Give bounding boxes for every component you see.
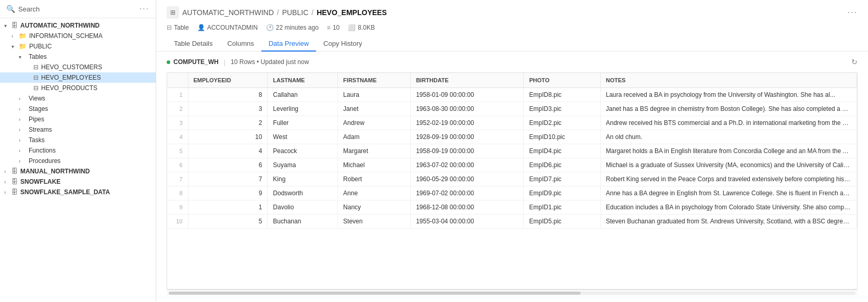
chevron-icon: › <box>19 106 26 112</box>
col-header-rownum <box>167 73 188 88</box>
meta-rows-label: 10 <box>333 24 339 31</box>
refresh-icon[interactable]: ↻ <box>851 58 858 66</box>
item-label: Views <box>29 95 45 102</box>
table-row[interactable]: 89DodsworthAnne1969-07-02 00:00:00EmpID9… <box>167 186 857 200</box>
item-label: INFORMATION_SCHEMA <box>29 32 103 40</box>
sidebar-item-public[interactable]: ▾ 📁 PUBLIC <box>0 41 156 52</box>
table-body: 18CallahanLaura1958-01-09 00:00:00EmpID8… <box>167 88 857 229</box>
search-label[interactable]: Search <box>18 5 136 13</box>
cell-notes: Steven Buchanan graduated from St. Andre… <box>600 215 857 229</box>
chevron-icon: › <box>4 169 11 174</box>
chevron-icon: › <box>19 137 26 143</box>
table-row[interactable]: 23LeverlingJanet1963-08-30 00:00:00EmpID… <box>167 102 857 116</box>
scrollbar-thumb[interactable] <box>169 292 581 295</box>
header-more-icon[interactable]: ··· <box>848 8 858 17</box>
meta-rows: ≡ 10 <box>327 24 339 31</box>
sidebar-item-stages[interactable]: › Stages <box>0 104 156 114</box>
tab-copy-history[interactable]: Copy History <box>316 36 369 52</box>
meta-owner: 👤 ACCOUNTADMIN <box>197 24 258 31</box>
cell-photo: EmpID2.pic <box>524 116 600 130</box>
item-label: MANUAL_NORTHWIND <box>20 168 90 175</box>
toolbar-row: COMPUTE_WH | 10 Rows • Updated just now … <box>167 58 858 66</box>
chevron-icon: ▾ <box>4 23 11 29</box>
col-header-lastname: LASTNAME <box>268 73 338 88</box>
meta-type: ⊟ Table <box>167 24 189 31</box>
table-row[interactable]: 54PeacockMargaret1958-09-19 00:00:00EmpI… <box>167 144 857 158</box>
chevron-icon: › <box>19 127 26 133</box>
sidebar-item-manual-northwind[interactable]: › 🗄 MANUAL_NORTHWIND <box>0 166 156 177</box>
clock-icon: 🕐 <box>266 24 274 31</box>
col-header-firstname: FIRSTNAME <box>338 73 411 88</box>
meta-updated-label: 22 minutes ago <box>276 24 319 31</box>
sidebar-item-hevo-products[interactable]: ⊟ HEVO_PRODUCTS <box>0 83 156 93</box>
sidebar-item-functions[interactable]: › Functions <box>0 145 156 156</box>
scrollbar-track[interactable] <box>169 292 856 295</box>
breadcrumb-db: AUTOMATIC_NORTHWIND <box>182 8 274 17</box>
table-row[interactable]: 105BuchananSteven1955-03-04 00:00:00EmpI… <box>167 215 857 229</box>
item-icon: 🗄 <box>11 178 18 185</box>
sidebar-item-information-schema[interactable]: › 📁 INFORMATION_SCHEMA <box>0 31 156 41</box>
sidebar-item-streams[interactable]: › Streams <box>0 124 156 135</box>
cell-notes: Anne has a BA degree in English from St.… <box>600 186 857 200</box>
cell-lastname: King <box>268 172 338 186</box>
cell-photo: EmpID5.pic <box>524 215 600 229</box>
cell-rownum: 9 <box>167 200 188 215</box>
sidebar-item-tables[interactable]: ▾ Tables <box>0 52 156 62</box>
cell-notes: Robert King served in the Peace Corps an… <box>600 172 857 186</box>
cell-firstname: Anne <box>338 186 411 200</box>
sidebar-item-procedures[interactable]: › Procedures <box>0 156 156 166</box>
cell-rownum: 1 <box>167 88 188 102</box>
search-bar[interactable]: 🔍 Search ··· <box>0 0 156 18</box>
sidebar-item-tasks[interactable]: › Tasks <box>0 135 156 145</box>
rows-icon: ≡ <box>327 24 331 31</box>
sidebar-item-hevo-employees[interactable]: ⊟ HEVO_EMPLOYEES <box>0 72 156 83</box>
cell-rownum: 2 <box>167 102 188 116</box>
cell-notes: Margaret holds a BA in English literatur… <box>600 144 857 158</box>
tab-columns[interactable]: Columns <box>220 36 261 52</box>
sidebar-item-snowflake-sample-data[interactable]: › 🗄 SNOWFLAKE_SAMPLE_DATA <box>0 187 156 197</box>
cell-photo: EmpID3.pic <box>524 102 600 116</box>
sidebar-item-automatic-northwind[interactable]: ▾ 🗄 AUTOMATIC_NORTHWIND <box>0 20 156 31</box>
sidebar-item-snowflake[interactable]: › 🗄 SNOWFLAKE <box>0 177 156 187</box>
data-table-wrapper: EMPLOYEEIDLASTNAMEFIRSTNAMEBIRTHDATEPHOT… <box>167 72 858 290</box>
table-row[interactable]: 410WestAdam1928-09-19 00:00:00EmpID10.pi… <box>167 130 857 144</box>
breadcrumb-table: HEVO_EMPLOYEES <box>317 8 387 17</box>
tabs-row: Table DetailsColumnsData PreviewCopy His… <box>167 36 858 51</box>
compute-name[interactable]: COMPUTE_WH <box>173 58 219 66</box>
cell-rownum: 4 <box>167 130 188 144</box>
refresh-button[interactable]: ↻ <box>851 58 858 66</box>
breadcrumb-sep2: / <box>311 8 313 17</box>
cell-employeeid: 1 <box>188 200 268 215</box>
table-row[interactable]: 32FullerAndrew1952-02-19 00:00:00EmpID2.… <box>167 116 857 130</box>
cell-birthdate: 1955-03-04 00:00:00 <box>410 215 523 229</box>
cell-firstname: Robert <box>338 172 411 186</box>
sidebar-item-views[interactable]: › Views <box>0 93 156 104</box>
cell-employeeid: 5 <box>188 215 268 229</box>
sidebar-more-icon[interactable]: ··· <box>140 4 149 14</box>
meta-updated: 🕐 22 minutes ago <box>266 24 319 31</box>
sidebar-item-hevo-customers[interactable]: ⊟ HEVO_CUSTOMERS <box>0 62 156 72</box>
cell-photo: EmpID6.pic <box>524 158 600 172</box>
col-header-birthdate: BIRTHDATE <box>410 73 523 88</box>
sidebar-item-pipes[interactable]: › Pipes <box>0 114 156 124</box>
table-row[interactable]: 66SuyamaMichael1963-07-02 00:00:00EmpID6… <box>167 158 857 172</box>
table-row[interactable]: 18CallahanLaura1958-01-09 00:00:00EmpID8… <box>167 88 857 102</box>
table-row[interactable]: 91DavolioNancy1968-12-08 00:00:00EmpID1.… <box>167 200 857 215</box>
breadcrumb-sep1: / <box>277 8 279 17</box>
chevron-icon: ▾ <box>11 44 19 49</box>
breadcrumb-row: ⊞ AUTOMATIC_NORTHWIND / PUBLIC / HEVO_EM… <box>167 6 858 19</box>
item-label: Functions <box>29 147 56 154</box>
tab-data-preview[interactable]: Data Preview <box>261 36 316 52</box>
item-label: AUTOMATIC_NORTHWIND <box>20 22 99 29</box>
horizontal-scrollbar[interactable] <box>167 290 858 296</box>
tab-table-details[interactable]: Table Details <box>167 36 220 52</box>
cell-firstname: Adam <box>338 130 411 144</box>
cell-lastname: Dodsworth <box>268 186 338 200</box>
cell-birthdate: 1963-08-30 00:00:00 <box>410 102 523 116</box>
cell-notes: An old chum. <box>600 130 857 144</box>
main-panel: ⊞ AUTOMATIC_NORTHWIND / PUBLIC / HEVO_EM… <box>156 0 868 302</box>
cell-employeeid: 9 <box>188 186 268 200</box>
table-row[interactable]: 77KingRobert1960-05-29 00:00:00EmpID7.pi… <box>167 172 857 186</box>
cell-notes: Andrew received his BTS commercial and a… <box>600 116 857 130</box>
col-header-notes: NOTES <box>600 73 857 88</box>
